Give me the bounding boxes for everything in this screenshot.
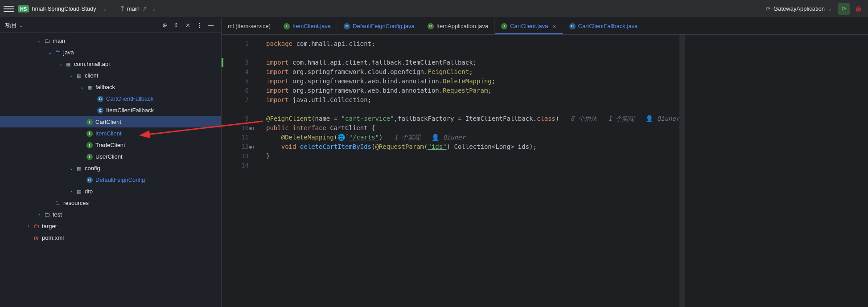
tree-node-config[interactable]: config bbox=[0, 162, 221, 174]
tree-node-userclient[interactable]: IUserClient bbox=[0, 151, 221, 162]
interface-icon: I bbox=[86, 141, 94, 148]
menu-icon[interactable] bbox=[4, 4, 14, 14]
code-content[interactable]: package com.hmall.api.client; import com… bbox=[257, 35, 679, 307]
target-icon[interactable]: ⊕ bbox=[160, 20, 169, 30]
package-icon bbox=[64, 61, 72, 67]
run-icon: ⟳ bbox=[766, 5, 771, 12]
folder-icon: 🗀 bbox=[43, 211, 51, 218]
project-badge: HS bbox=[18, 5, 29, 12]
package-icon bbox=[86, 84, 94, 90]
tab-item-service[interactable]: ml (item-service) bbox=[222, 18, 277, 34]
tree-node-java[interactable]: 🗀java bbox=[0, 46, 221, 58]
tab-itemapplication[interactable]: CItemApplication.java bbox=[421, 18, 495, 34]
tab-itemclient[interactable]: IItemClient.java bbox=[277, 18, 337, 34]
class-icon: C bbox=[96, 106, 104, 114]
tree-node-resources[interactable]: 🗀resources bbox=[0, 197, 221, 209]
tree-node-client[interactable]: client bbox=[0, 70, 221, 81]
vcs-marker bbox=[222, 58, 223, 67]
tree-node-main[interactable]: 🗀main bbox=[0, 35, 221, 46]
tab-cartclientfallback[interactable]: CCartClientFallback.java bbox=[563, 18, 645, 34]
sidebar-title: 项目 bbox=[5, 21, 17, 29]
editor-area: ml (item-service) IItemClient.java CDefa… bbox=[222, 18, 868, 307]
interface-icon: I bbox=[284, 23, 290, 29]
class-icon: C bbox=[428, 23, 434, 29]
tree-node-test[interactable]: 🗀test bbox=[0, 209, 221, 220]
interface-icon: I bbox=[86, 130, 94, 137]
tree-node-dto[interactable]: dto bbox=[0, 185, 221, 197]
tab-defaultfeignconfig[interactable]: CDefaultFeignConfig.java bbox=[337, 18, 421, 34]
close-icon[interactable]: × bbox=[552, 23, 556, 30]
code-editor[interactable]: 13456791011121314 ◉↓ ◉↓ package com.hmal… bbox=[222, 35, 868, 307]
maven-icon: m bbox=[32, 234, 40, 241]
chevron-down-icon[interactable]: ⌄ bbox=[103, 5, 107, 12]
interface-icon: I bbox=[86, 118, 94, 125]
folder-icon: 🗀 bbox=[43, 37, 51, 44]
debug-icon[interactable]: 🐞 bbox=[855, 5, 862, 12]
tree-node-itemclient[interactable]: IItemClient bbox=[0, 127, 221, 139]
editor-tabs: ml (item-service) IItemClient.java CDefa… bbox=[222, 18, 868, 35]
tree-node-cartclient[interactable]: ICartClient bbox=[0, 116, 221, 127]
expand-icon[interactable]: ⇕ bbox=[171, 20, 181, 30]
tree-node-pom[interactable]: mpom.xml bbox=[0, 232, 221, 243]
branch-selector[interactable]: main↗⌄ bbox=[127, 5, 161, 12]
tree-node-fallback[interactable]: fallback bbox=[0, 81, 221, 93]
tree-node-tradeclient[interactable]: ITradeClient bbox=[0, 139, 221, 151]
scrollbar[interactable] bbox=[679, 35, 685, 307]
project-tree[interactable]: 🗀main 🗀java com.hmall.api client fallbac… bbox=[0, 33, 221, 307]
class-icon: C bbox=[569, 23, 576, 29]
impl-icon[interactable]: ◉↓ bbox=[249, 142, 255, 151]
class-icon: C bbox=[86, 176, 94, 183]
tree-node-target[interactable]: 🗀target bbox=[0, 220, 221, 232]
package-icon bbox=[75, 188, 83, 195]
tree-node-itemclientfallback[interactable]: CItemClientFallback bbox=[0, 104, 221, 116]
chevron-down-icon[interactable]: ⌄ bbox=[19, 22, 24, 29]
sidebar-header: 项目 ⌄ ⊕ ⇕ ⤫ ⋮ — bbox=[0, 18, 221, 33]
gutter: 13456791011121314 ◉↓ ◉↓ bbox=[222, 35, 257, 307]
tree-node-package[interactable]: com.hmall.api bbox=[0, 58, 221, 70]
tab-cartclient[interactable]: ICartClient.java× bbox=[495, 18, 563, 34]
tree-node-cartclientfallback[interactable]: CCartClientFallback bbox=[0, 93, 221, 104]
folder-icon: 🗀 bbox=[32, 223, 40, 229]
folder-icon: 🗀 bbox=[53, 200, 62, 206]
package-icon bbox=[75, 165, 83, 172]
project-sidebar: 项目 ⌄ ⊕ ⇕ ⤫ ⋮ — 🗀main 🗀java com.hmall.api… bbox=[0, 18, 222, 307]
folder-icon: 🗀 bbox=[53, 49, 62, 56]
branch-icon: ᛘ bbox=[121, 5, 124, 12]
minimize-icon[interactable]: — bbox=[206, 20, 216, 30]
interface-icon: I bbox=[86, 153, 94, 160]
more-icon[interactable]: ⋮ bbox=[194, 20, 204, 30]
chevron-down-icon: ⌄ bbox=[827, 5, 832, 12]
interface-icon: I bbox=[501, 23, 507, 29]
class-icon: C bbox=[344, 23, 350, 29]
run-button[interactable]: ⟳ bbox=[838, 3, 850, 15]
impl-icon[interactable]: ◉↓ bbox=[249, 123, 255, 133]
project-name[interactable]: hmall-SpringCloud-Study bbox=[32, 5, 96, 12]
class-icon: C bbox=[96, 95, 104, 102]
title-bar: HS hmall-SpringCloud-Study ⌄ ᛘ main↗⌄ ⟳ … bbox=[0, 0, 868, 18]
run-config-selector[interactable]: ⟳ GatewayApplication ⌄ bbox=[766, 5, 832, 12]
collapse-icon[interactable]: ⤫ bbox=[183, 20, 193, 30]
tree-node-defaultfeignconfig[interactable]: CDefaultFeignConfig bbox=[0, 174, 221, 185]
package-icon bbox=[75, 72, 83, 79]
